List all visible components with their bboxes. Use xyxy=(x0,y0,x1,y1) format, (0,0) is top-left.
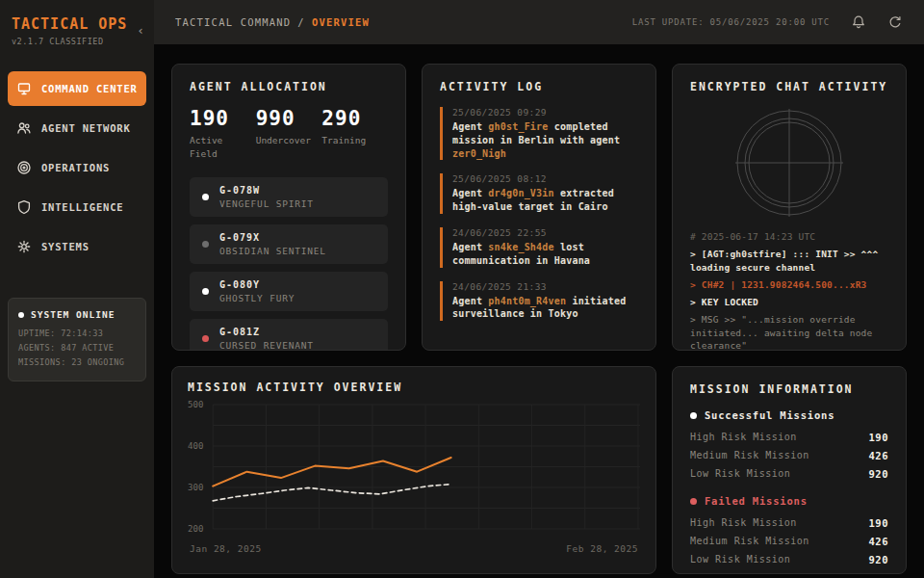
x-axis-start-label: Jan 28, 2025 xyxy=(190,543,262,554)
agent-text: G-081ZCURSED REVENANT xyxy=(219,327,314,351)
radar-crosshair-icon xyxy=(733,107,845,219)
agent-allocation-panel: AGENT ALLOCATION 190Active Field990Under… xyxy=(171,64,406,351)
monitor-icon xyxy=(16,81,32,96)
system-status-label: SYSTEM ONLINE xyxy=(31,309,115,320)
activity-log-panel: ACTIVITY LOG 25/06/2025 09:29Agent gh0st… xyxy=(422,64,656,351)
mission-group-label: Failed Missions xyxy=(705,495,808,507)
terminal-line: > MSG >> "...mission override initiated.… xyxy=(690,313,888,351)
stat-value: 990 xyxy=(256,107,322,130)
agent-status-dot xyxy=(202,194,209,200)
agent-code: G-081Z xyxy=(219,327,314,337)
sidebar-item-label: AGENT NETWORK xyxy=(41,122,131,134)
content-column: TACTICAL COMMAND / OVERVIEW LAST UPDATE:… xyxy=(154,0,924,578)
agent-list-item[interactable]: G-078WVENGEFUL SPIRIT xyxy=(190,177,388,217)
agent-handle: ph4nt0m_R4ven xyxy=(488,296,566,306)
mission-stat-label: High Risk Mission xyxy=(690,432,797,442)
sidebar-nav: COMMAND CENTERAGENT NETWORKOPERATIONSINT… xyxy=(8,71,146,269)
mission-stat-row: High Risk Mission190 xyxy=(690,513,888,532)
agent-list-item[interactable]: G-081ZCURSED REVENANT xyxy=(190,319,388,352)
log-message: Agent gh0st_Fire completed mission in Be… xyxy=(452,120,638,160)
log-timestamp: 24/06/2025 21:33 xyxy=(452,281,638,292)
mission-activity-chart: 500400300200 xyxy=(188,400,640,540)
agent-codename: OBSIDIAN SENTINEL xyxy=(219,246,326,256)
breadcrumb-current[interactable]: OVERVIEW xyxy=(312,16,370,28)
agent-list: G-078WVENGEFUL SPIRITG-079XOBSIDIAN SENT… xyxy=(190,177,388,352)
sidebar-item-label: INTELLIGENCE xyxy=(41,201,123,213)
y-tick-label: 300 xyxy=(188,483,203,492)
mission-stat-label: High Risk Mission xyxy=(690,517,797,528)
sidebar-item-label: OPERATIONS xyxy=(41,162,110,173)
mission-stat-label: Low Risk Mission xyxy=(690,468,790,479)
mission-group-failed-missions: Failed MissionsHigh Risk Mission190Mediu… xyxy=(690,495,888,568)
logo-row: TACTICAL OPS v2.1.7 CLASSIFIED ‹ xyxy=(8,13,146,46)
online-status-dot xyxy=(18,312,24,318)
allocation-stat-training: 290Training xyxy=(321,107,388,162)
agent-code: G-080Y xyxy=(219,279,295,290)
log-message: Agent sn4ke_Sh4de lost communication in … xyxy=(452,241,638,268)
sidebar-item-command-center[interactable]: COMMAND CENTER xyxy=(8,71,146,106)
terminal-line: > KEY LOCKED xyxy=(690,296,888,308)
agent-list-item[interactable]: G-080YGHOSTLY FURY xyxy=(190,272,388,311)
terminal-line: > [AGT:gh0stfire] ::: INIT >> ^^^ loadin… xyxy=(690,248,888,274)
mission-stat-label: Medium Risk Mission xyxy=(690,450,809,460)
mission-stat-label: Medium Risk Mission xyxy=(690,536,809,546)
refresh-icon[interactable] xyxy=(887,14,903,30)
dashboard-grid: AGENT ALLOCATION 190Active Field990Under… xyxy=(154,44,924,578)
log-timestamp: 25/06/2025 08:12 xyxy=(452,173,638,184)
breadcrumb: TACTICAL COMMAND / OVERVIEW xyxy=(175,16,370,28)
log-timestamp: 25/06/2025 09:29 xyxy=(452,107,638,118)
activity-log-list[interactable]: 25/06/2025 09:29Agent gh0st_Fire complet… xyxy=(440,107,638,330)
shield-icon xyxy=(16,199,32,215)
mission-stat-row: High Risk Mission190 xyxy=(690,428,888,446)
encrypted-chat-title: ENCRYPTED CHAT ACTIVITY xyxy=(690,80,888,93)
system-status-line: UPTIME: 72:14:33 xyxy=(18,327,136,341)
agent-code: G-079X xyxy=(219,232,326,243)
mission-stat-value: 190 xyxy=(869,432,888,443)
bell-icon[interactable] xyxy=(851,14,866,30)
mission-stat-value: 190 xyxy=(869,517,888,529)
mission-stat-value: 426 xyxy=(869,450,888,461)
agent-handle: zer0_Nigh xyxy=(452,148,506,159)
stat-label: Undercover xyxy=(256,134,312,147)
agent-status-dot xyxy=(202,335,209,342)
agent-code: G-078W xyxy=(219,185,314,196)
stat-value: 290 xyxy=(321,107,388,130)
sidebar-item-systems[interactable]: SYSTEMS xyxy=(8,229,146,264)
stat-label: Training xyxy=(321,134,377,147)
agent-codename: CURSED REVENANT xyxy=(219,340,314,351)
breadcrumb-separator: / xyxy=(297,16,305,28)
sidebar-item-intelligence[interactable]: INTELLIGENCE xyxy=(8,190,146,224)
terminal-line: # 2025-06-17 14:23 UTC xyxy=(690,230,888,243)
agent-handle: gh0st_Fire xyxy=(488,121,548,132)
mission-group-successful-missions: Successful MissionsHigh Risk Mission190M… xyxy=(690,409,888,483)
y-tick-label: 400 xyxy=(188,441,203,451)
agent-list-item[interactable]: G-079XOBSIDIAN SENTINEL xyxy=(190,224,388,264)
app-title: TACTICAL OPS xyxy=(12,15,127,33)
agent-text: G-078WVENGEFUL SPIRIT xyxy=(219,185,314,209)
breadcrumb-root[interactable]: TACTICAL COMMAND xyxy=(175,16,291,28)
series-missions-primary xyxy=(213,458,450,486)
mission-stat-value: 920 xyxy=(869,468,888,480)
log-entry: 25/06/2025 09:29Agent gh0st_Fire complet… xyxy=(440,107,638,160)
log-message: Agent ph4nt0m_R4ven initiated surveillan… xyxy=(452,295,638,322)
activity-log-title: ACTIVITY LOG xyxy=(440,80,638,93)
system-status-line: MISSIONS: 23 ONGOING xyxy=(18,355,136,370)
sidebar-item-agent-network[interactable]: AGENT NETWORK xyxy=(8,111,146,145)
sidebar: TACTICAL OPS v2.1.7 CLASSIFIED ‹ COMMAND… xyxy=(0,0,154,578)
mission-stat-row: Low Risk Mission920 xyxy=(690,464,888,483)
mission-stat-row: Medium Risk Mission426 xyxy=(690,446,888,464)
app-root: TACTICAL OPS v2.1.7 CLASSIFIED ‹ COMMAND… xyxy=(0,0,924,578)
mission-group-label: Successful Missions xyxy=(705,409,834,421)
sidebar-item-operations[interactable]: OPERATIONS xyxy=(8,150,146,185)
app-version: v2.1.7 CLASSIFIED xyxy=(12,37,127,46)
log-entry: 24/06/2025 22:55Agent sn4ke_Sh4de lost c… xyxy=(440,227,638,268)
log-entry: 24/06/2025 21:33Agent ph4nt0m_R4ven init… xyxy=(440,281,638,322)
sidebar-collapse-icon[interactable]: ‹ xyxy=(137,23,144,38)
last-update-label: LAST UPDATE: 05/06/2025 20:00 UTC xyxy=(632,17,830,27)
system-status-line: AGENTS: 847 ACTIVE xyxy=(18,341,136,355)
agent-handle: dr4g0n_V3in xyxy=(488,188,553,198)
mission-group-dot xyxy=(690,498,697,505)
log-text-fragment: Agent xyxy=(452,121,488,132)
header-actions: LAST UPDATE: 05/06/2025 20:00 UTC xyxy=(632,14,903,30)
terminal-line: > CH#2 | 1231.9082464.500...xR3 xyxy=(690,278,888,291)
